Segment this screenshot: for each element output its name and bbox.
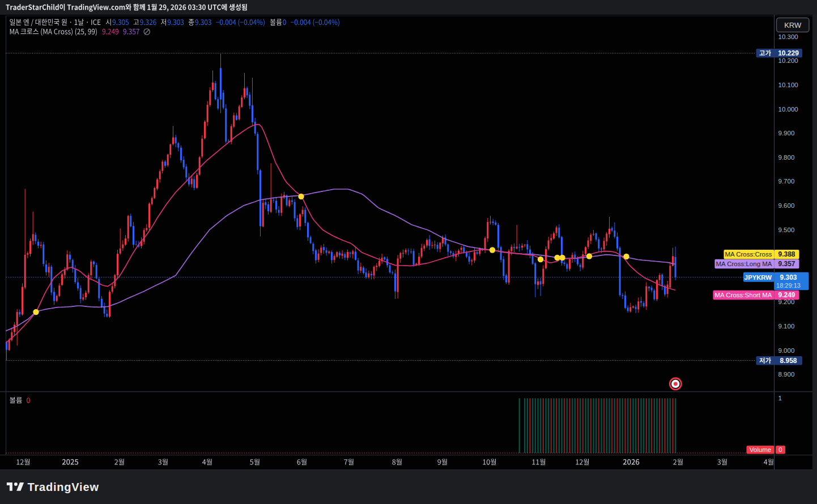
svg-text:KRW: KRW <box>784 21 802 29</box>
svg-text:8.900: 8.900 <box>778 371 795 378</box>
svg-text:TradingView: TradingView <box>28 481 99 493</box>
svg-text:9.249: 9.249 <box>778 291 795 299</box>
svg-text:9.388: 9.388 <box>778 250 795 258</box>
svg-text:Volume: Volume <box>750 446 771 453</box>
svg-text:MA Cross:Cross: MA Cross:Cross <box>725 251 772 258</box>
svg-text:9.900: 9.900 <box>778 130 795 136</box>
svg-text:9.357: 9.357 <box>778 260 795 268</box>
svg-text:9.800: 9.800 <box>778 154 795 161</box>
svg-text:10.000: 10.000 <box>778 106 798 113</box>
svg-text:0: 0 <box>778 446 782 453</box>
svg-text:10.200: 10.200 <box>778 57 798 64</box>
svg-text:MA Cross:Long MA: MA Cross:Long MA <box>716 260 772 267</box>
svg-text:9.100: 9.100 <box>778 323 795 330</box>
svg-text:JPYKRW: JPYKRW <box>744 274 772 281</box>
svg-text:9.600: 9.600 <box>778 202 795 209</box>
svg-text:9.700: 9.700 <box>778 178 795 185</box>
svg-text:10.229: 10.229 <box>778 49 799 57</box>
svg-text:9.500: 9.500 <box>778 227 795 233</box>
svg-text:9.000: 9.000 <box>778 347 795 354</box>
svg-text:9.303: 9.303 <box>780 274 797 281</box>
svg-text:18:29:13: 18:29:13 <box>776 282 801 289</box>
svg-text:10.100: 10.100 <box>778 82 798 88</box>
svg-text:8.958: 8.958 <box>780 357 797 365</box>
svg-text:1: 1 <box>778 395 782 402</box>
svg-text:MA Cross:Short MA: MA Cross:Short MA <box>715 292 772 298</box>
svg-text:10.300: 10.300 <box>778 33 798 40</box>
